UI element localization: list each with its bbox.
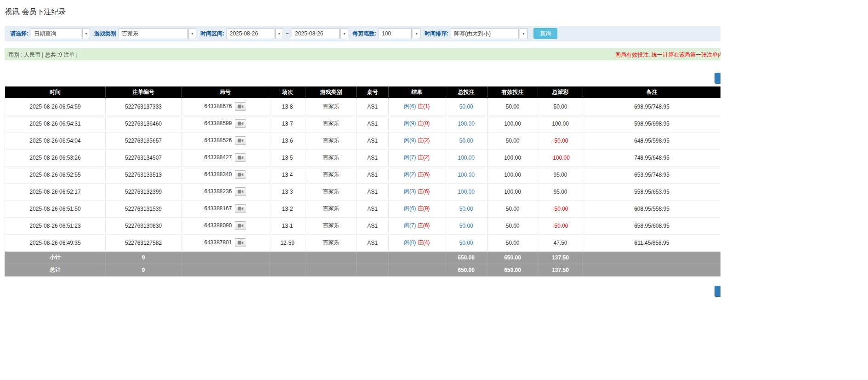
cell-note: 658.95/608.95 xyxy=(583,217,721,234)
column-header: 备注 xyxy=(583,86,721,98)
page-size-select[interactable]: 100 ▾ xyxy=(379,29,420,39)
cell-result: 闲(7) 庄(6) xyxy=(389,217,445,234)
chevron-down-icon[interactable]: ▾ xyxy=(188,29,196,39)
cell-time: 2025-08-26 06:54:04 xyxy=(5,132,106,149)
cell-result: 闲(9) 庄(0) xyxy=(389,115,445,132)
query-type-select[interactable]: 日期查询 ▾ xyxy=(31,29,90,39)
cell-note: 558.95/653.95 xyxy=(583,183,721,200)
subtotal-row-cell-3 xyxy=(269,251,306,264)
round-number: 643388340 xyxy=(204,171,232,178)
total-bet-link[interactable]: 50.00 xyxy=(459,138,473,144)
cell-game-type: 百家乐 xyxy=(306,234,357,251)
cell-table-number: AS1 xyxy=(357,98,389,115)
table-row: 2025-08-26 06:54:04522763135657643388526… xyxy=(5,132,721,149)
date-to-select[interactable]: 2025-08-26 ▾ xyxy=(292,29,348,39)
video-camera-icon[interactable] xyxy=(235,136,246,145)
video-camera-icon[interactable] xyxy=(235,102,246,111)
query-type-label: 请选择: xyxy=(10,30,28,38)
game-type-select[interactable]: 百家乐 ▾ xyxy=(119,29,196,39)
cell-payout: -50.00 xyxy=(538,217,583,234)
cell-bet-id: 522763132399 xyxy=(106,183,182,200)
query-type-value[interactable]: 日期查询 xyxy=(31,29,81,39)
cell-result: 闲(3) 庄(6) xyxy=(389,183,445,200)
cell-table-number: AS1 xyxy=(357,200,389,217)
cell-round: 643388167 xyxy=(182,200,269,217)
cell-total-bet: 100.00 xyxy=(445,183,488,200)
chevron-down-icon[interactable]: ▾ xyxy=(520,29,528,39)
chevron-down-icon[interactable]: ▾ xyxy=(413,29,420,39)
chevron-down-icon[interactable]: ▾ xyxy=(82,29,90,39)
total-bet-link[interactable]: 100.00 xyxy=(458,172,475,178)
subtotal-row-cell-7: 650.00 xyxy=(445,251,488,264)
video-camera-icon[interactable] xyxy=(235,170,246,179)
subtotal-row-cell-10 xyxy=(583,251,721,264)
cell-total-bet: 50.00 xyxy=(445,217,488,234)
chevron-down-icon[interactable]: ▾ xyxy=(275,29,283,39)
table-row: 2025-08-26 06:52:55522763133513643388340… xyxy=(5,166,721,183)
cell-time: 2025-08-26 06:54:31 xyxy=(5,115,106,132)
total-row-cell-4 xyxy=(306,264,357,276)
total-bet-link[interactable]: 100.00 xyxy=(458,189,475,195)
cell-result: 闲(6) 庄(9) xyxy=(389,200,445,217)
column-header: 桌号 xyxy=(357,86,389,98)
filter-bar: 请选择: 日期查询 ▾ 游戏类别 百家乐 ▾ 时间区间: 2025-08-26 … xyxy=(5,26,720,41)
cell-time: 2025-08-26 06:54:59 xyxy=(5,98,106,115)
cell-total-bet: 100.00 xyxy=(445,149,488,166)
total-row-cell-7: 650.00 xyxy=(445,264,488,276)
subtotal-row-cell-8: 650.00 xyxy=(488,251,538,264)
sort-order-select[interactable]: 降幂(由大到小) ▾ xyxy=(451,29,528,39)
cell-bet-id: 522763135657 xyxy=(106,132,182,149)
date-range-label: 时间区间: xyxy=(200,30,224,38)
video-camera-icon[interactable] xyxy=(235,204,246,213)
page-size-value[interactable]: 100 xyxy=(379,29,412,39)
column-header: 场次 xyxy=(269,86,306,98)
sort-order-value[interactable]: 降幂(由大到小) xyxy=(451,29,519,39)
cell-note: 608.95/558.95 xyxy=(583,200,721,217)
game-type-value[interactable]: 百家乐 xyxy=(119,29,187,39)
chevron-down-icon[interactable]: ▾ xyxy=(340,29,348,39)
cell-game-type: 百家乐 xyxy=(306,183,357,200)
clipped-action-button-bottom[interactable] xyxy=(715,286,720,297)
clipped-action-button-top[interactable] xyxy=(715,73,720,84)
cell-bet-id: 522763130830 xyxy=(106,217,182,234)
cell-bet-id: 522763127582 xyxy=(106,234,182,251)
date-from-select[interactable]: 2025-08-26 ▾ xyxy=(227,29,283,39)
cell-bet-id: 522763134507 xyxy=(106,149,182,166)
total-row-cell-10 xyxy=(583,264,721,276)
column-header: 结果 xyxy=(389,86,445,98)
total-bet-link[interactable]: 100.00 xyxy=(458,155,475,161)
table-row: 2025-08-26 06:51:50522763131539643388167… xyxy=(5,200,721,217)
cell-session: 13-3 xyxy=(269,183,306,200)
video-camera-icon[interactable] xyxy=(235,187,246,196)
total-bet-link[interactable]: 50.00 xyxy=(459,223,473,229)
video-camera-icon[interactable] xyxy=(235,153,246,162)
total-row-cell-9: 137.50 xyxy=(538,264,583,276)
video-camera-icon[interactable] xyxy=(235,238,246,247)
cell-total-bet: 50.00 xyxy=(445,234,488,251)
total-bet-link[interactable]: 50.00 xyxy=(459,104,473,110)
cell-table-number: AS1 xyxy=(357,132,389,149)
total-bet-link[interactable]: 100.00 xyxy=(458,121,475,127)
result-player: 闲(9) xyxy=(404,120,416,127)
cell-payout: 95.00 xyxy=(538,166,583,183)
cell-valid-bet: 100.00 xyxy=(488,183,538,200)
total-bet-link[interactable]: 50.00 xyxy=(459,240,473,246)
video-camera-icon[interactable] xyxy=(235,119,246,128)
cell-note: 611.45/658.95 xyxy=(583,234,721,251)
date-from-value[interactable]: 2025-08-26 xyxy=(227,29,274,39)
cell-round: 643388090 xyxy=(182,217,269,234)
betting-records-table: 时间注单编号局号场次游戏类别桌号结果总投注有效投注总派彩备注 2025-08-2… xyxy=(5,86,720,276)
cell-total-bet: 50.00 xyxy=(445,200,488,217)
video-camera-icon[interactable] xyxy=(235,221,246,230)
column-header: 时间 xyxy=(5,86,106,98)
cell-time: 2025-08-26 06:53:26 xyxy=(5,149,106,166)
total-bet-link[interactable]: 50.00 xyxy=(459,206,473,212)
cell-table-number: AS1 xyxy=(357,234,389,251)
cell-bet-id: 522763136460 xyxy=(106,115,182,132)
date-to-value[interactable]: 2025-08-26 xyxy=(292,29,340,39)
column-header: 注单编号 xyxy=(106,86,182,98)
title-divider xyxy=(0,20,720,20)
page-title: 视讯 会员下注纪录 xyxy=(5,7,66,17)
cell-result: 闲(6) 庄(1) xyxy=(389,98,445,115)
search-button[interactable]: 查询 xyxy=(533,28,557,39)
